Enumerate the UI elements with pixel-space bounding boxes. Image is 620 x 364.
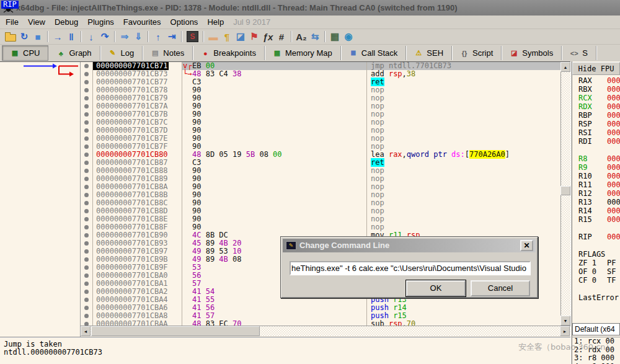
register-row[interactable]: R14000 — [572, 206, 620, 215]
pane-splitter[interactable] — [570, 61, 572, 364]
breakpoint-dot[interactable] — [84, 201, 89, 205]
breakpoint-dot[interactable] — [84, 209, 89, 213]
register-row[interactable]: R11000 — [572, 180, 620, 189]
register-row[interactable]: R12000 — [572, 189, 620, 198]
tab-call-stack[interactable]: ≣Call Stack — [341, 46, 407, 60]
register-row[interactable]: R8000 — [572, 154, 620, 163]
register-row[interactable]: R13000 — [572, 198, 620, 206]
breakpoint-dot[interactable] — [84, 64, 89, 68]
register-row[interactable]: RIP000 — [572, 233, 620, 241]
breakpoint-dot[interactable] — [84, 265, 89, 270]
vertical-scroll-thumb[interactable] — [560, 186, 570, 195]
register-row[interactable]: RBP000 — [572, 111, 620, 120]
register-row[interactable]: R9000 — [572, 163, 620, 172]
register-row[interactable]: RCX000 — [572, 94, 620, 102]
breakpoint-dot[interactable] — [84, 80, 89, 84]
disasm-row[interactable]: 000000007701CBAA48 83 EC 70sub rsp,70 — [81, 320, 560, 326]
breakpoint-dot[interactable] — [84, 282, 89, 286]
breakpoint-dot[interactable] — [84, 314, 89, 318]
breakpoint-dot[interactable] — [84, 120, 89, 125]
register-row[interactable]: R10000 — [572, 172, 620, 180]
register-row[interactable]: ZF 1PF — [572, 259, 620, 267]
breakpoint-dot[interactable] — [84, 225, 89, 229]
menu-plugins[interactable]: Plugins — [87, 17, 114, 27]
hide-fpu-button[interactable]: Hide FPU — [572, 62, 620, 75]
menu-file[interactable]: File — [6, 17, 19, 27]
breakpoint-dot[interactable] — [84, 144, 89, 149]
breakpoint-dot[interactable] — [84, 217, 89, 221]
breakpoint-dot[interactable] — [84, 88, 89, 92]
disasm-horizontal-scrollbar[interactable]: ◄ ► — [81, 326, 570, 336]
labels-icon[interactable]: ◪ — [234, 30, 247, 43]
breakpoint-dot[interactable] — [84, 112, 89, 117]
open-file-icon[interactable] — [4, 30, 17, 43]
breakpoint-dot[interactable] — [84, 273, 89, 278]
register-row[interactable]: RBX000 — [572, 85, 620, 94]
breakpoint-dot[interactable] — [84, 177, 89, 181]
dialog-close-icon[interactable]: ✕ — [520, 240, 533, 251]
scroll-left-icon[interactable]: ◄ — [81, 326, 91, 336]
calculator-icon[interactable]: ▦ — [328, 30, 342, 43]
title-bar[interactable]: x64dbg - File: injectAllTheThings.exe - … — [0, 0, 620, 16]
attach-icon[interactable]: ⇆ — [308, 30, 322, 43]
run-icon[interactable]: → — [51, 30, 64, 43]
breakpoint-dot[interactable] — [84, 169, 89, 173]
menu-help[interactable]: Help — [207, 17, 224, 27]
close-icon[interactable]: ■ — [31, 30, 45, 43]
tab-source[interactable]: <>S — [562, 46, 596, 60]
breakpoint-dot[interactable] — [84, 128, 89, 133]
breakpoint-dot[interactable] — [84, 257, 89, 262]
breakpoint-dot[interactable] — [84, 233, 89, 237]
execute-till-return-icon[interactable]: ⇒ — [118, 30, 131, 43]
tab-cpu[interactable]: ▦CPU — [2, 45, 48, 61]
register-row[interactable]: RAX000 — [572, 76, 620, 85]
breakpoint-dot[interactable] — [84, 290, 89, 294]
menu-view[interactable]: View — [28, 17, 45, 27]
browser-icon[interactable]: ◉ — [342, 30, 355, 43]
register-row[interactable]: OF 0SF — [572, 267, 620, 276]
run-until-user-code-icon[interactable]: ⇥ — [165, 30, 179, 43]
stop-icon[interactable]: S — [187, 31, 198, 42]
tab-symbols[interactable]: ◪Symbols — [502, 46, 562, 60]
menu-options[interactable]: Options — [170, 17, 198, 27]
breakpoint-dot[interactable] — [84, 72, 89, 76]
functions-icon[interactable]: ƒx — [261, 30, 275, 43]
tab-breakpoints[interactable]: ●Breakpoints — [193, 46, 265, 60]
scroll-right-icon[interactable]: ► — [560, 326, 570, 336]
register-row[interactable]: RDI000 — [572, 137, 620, 146]
register-row[interactable]: LastError — [572, 293, 620, 302]
command-line-input[interactable] — [290, 261, 531, 275]
cancel-button[interactable]: Cancel — [471, 280, 530, 296]
tab-seh[interactable]: ⚠SEH — [406, 46, 452, 60]
breakpoint-dot[interactable] — [84, 136, 89, 141]
hash-icon[interactable]: # — [275, 30, 288, 43]
restart-icon[interactable]: ↻ — [17, 30, 31, 43]
menu-favourites[interactable]: Favourites — [123, 17, 161, 27]
step-over-icon[interactable]: ↷ — [98, 30, 112, 43]
breakpoint-dot[interactable] — [84, 96, 89, 100]
assemble-icon[interactable]: A₂ — [294, 30, 308, 43]
register-row[interactable]: RFLAGS — [572, 250, 620, 259]
breakpoint-dot[interactable] — [84, 306, 89, 310]
tab-script[interactable]: {}Script — [452, 46, 502, 60]
register-row[interactable]: RDX000 — [572, 102, 620, 111]
register-row[interactable]: CF 0TF — [572, 276, 620, 285]
step-out-icon[interactable]: ⇓ — [131, 30, 145, 43]
patches-icon[interactable]: ▬ — [206, 30, 220, 43]
calling-convention-select[interactable]: Default (x64 — [572, 323, 620, 335]
step-into-icon[interactable]: ↓ — [84, 30, 98, 43]
disasm-vertical-scrollbar[interactable]: ▲ ▼ — [560, 62, 570, 326]
register-row[interactable]: RSP000 — [572, 120, 620, 128]
horizontal-scroll-thumb[interactable] — [91, 326, 260, 336]
scroll-down-icon[interactable]: ▼ — [560, 316, 570, 326]
tab-memory-map[interactable]: ▦Memory Map — [265, 46, 341, 60]
run-to-user-code-icon[interactable]: ↑ — [151, 30, 165, 43]
tab-graph[interactable]: ♣Graph — [48, 46, 100, 60]
comments-icon[interactable]: ¶ — [220, 30, 234, 43]
breakpoint-dot[interactable] — [84, 185, 89, 189]
dialog-title-bar[interactable]: ✎ Change Command Line ✕ — [283, 239, 536, 252]
register-row[interactable]: RSI000 — [572, 128, 620, 137]
breakpoint-dot[interactable] — [84, 298, 89, 302]
menu-debug[interactable]: Debug — [55, 17, 78, 27]
scroll-up-icon[interactable]: ▲ — [560, 62, 570, 72]
